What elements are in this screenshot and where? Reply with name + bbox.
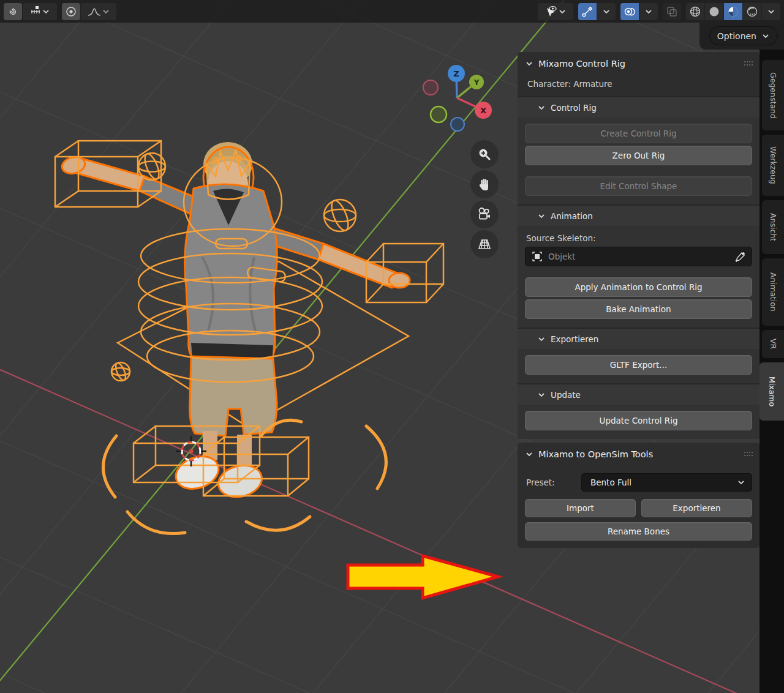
section-header[interactable]: Control Rig [518, 97, 760, 118]
grid-toggle-icon [477, 236, 492, 252]
preset-value: Bento Full [590, 478, 737, 487]
rendered-shading-icon [746, 6, 758, 18]
wireframe-shading-icon [689, 6, 701, 18]
options-button[interactable]: Optionen [709, 26, 778, 45]
gizmo-neg-z-ball[interactable] [451, 118, 464, 131]
pan-button[interactable] [470, 170, 499, 198]
snap-toggle-button[interactable] [4, 3, 22, 20]
update-control-rig-button[interactable]: Update Control Rig [525, 411, 752, 430]
xray-toggle[interactable] [663, 3, 681, 20]
eyedropper-icon[interactable] [735, 252, 745, 262]
section-header[interactable]: Exportieren [518, 329, 760, 349]
control-rig-section: Control Rig Create Control Rig Zero Out … [518, 96, 760, 204]
mixamo-opensim-tools-panel: Mixamo to OpenSim Tools Preset: Bento Fu… [518, 443, 760, 548]
snap-with-dropdown[interactable] [23, 3, 57, 20]
zero-out-rig-button[interactable]: Zero Out Rig [525, 146, 752, 165]
section-title: Exportieren [551, 334, 598, 344]
import-button[interactable]: Import [525, 499, 636, 517]
animation-section: Animation Source Skeleton: Objekt [518, 204, 760, 328]
preset-dropdown[interactable]: Bento Full [581, 473, 752, 492]
rename-bones-button[interactable]: Rename Bones [525, 522, 752, 541]
viewport-controls [470, 140, 499, 258]
overlays-dropdown[interactable] [639, 3, 658, 20]
shading-solid-button[interactable] [705, 3, 723, 20]
snap-increment-icon [29, 6, 42, 18]
chevron-down-icon [537, 391, 546, 399]
gizmo-x-ball[interactable]: X [475, 102, 492, 119]
chevron-down-icon [525, 450, 533, 459]
preset-label: Preset: [526, 478, 575, 487]
camera-view-icon [477, 206, 492, 222]
show-gizmo-toggle[interactable] [578, 3, 597, 20]
apply-animation-button[interactable]: Apply Animation to Control Rig [525, 277, 752, 297]
object-data-icon [532, 251, 543, 262]
chevron-down-icon [537, 335, 546, 343]
chevron-down-icon [761, 32, 770, 40]
grid-toggle-button[interactable] [470, 230, 499, 258]
falloff-dropdown[interactable] [81, 3, 116, 20]
overlays-icon [624, 6, 636, 18]
drag-dots-icon[interactable] [744, 451, 753, 457]
chevron-down-icon [42, 7, 50, 16]
gizmo-z-ball[interactable]: Z [448, 65, 465, 82]
section-header[interactable]: Animation [518, 206, 760, 226]
chevron-down-icon [537, 103, 546, 112]
edit-control-shape-button[interactable]: Edit Control Shape [525, 176, 752, 196]
proportional-edit-button[interactable] [62, 3, 80, 20]
shading-dropdown[interactable] [762, 3, 780, 20]
xray-icon [666, 6, 678, 18]
gizmo-y-ball[interactable]: Y [469, 75, 484, 89]
sidebar-tab-strip: Gegenstand Werkzeug Ansicht Animation VR… [760, 50, 784, 693]
tab-gegenstand[interactable]: Gegenstand [762, 60, 784, 130]
chevron-down-icon [537, 212, 546, 220]
bake-animation-button[interactable]: Bake Animation [525, 299, 752, 319]
object-visibility-dropdown[interactable] [538, 3, 573, 20]
character-model [60, 142, 410, 501]
zoom-icon [477, 147, 492, 162]
source-skeleton-field[interactable]: Objekt [525, 247, 752, 266]
gizmo-neg-y-ball[interactable] [431, 107, 447, 122]
exportieren-button[interactable]: Exportieren [641, 499, 752, 517]
chevron-down-icon [525, 59, 533, 68]
show-overlays-toggle[interactable] [620, 3, 639, 20]
shading-material-button[interactable] [724, 3, 742, 20]
tab-mixamo[interactable]: Mixamo [760, 362, 784, 421]
shading-rendered-button[interactable] [743, 3, 761, 20]
tab-ansicht[interactable]: Ansicht [762, 200, 784, 254]
tab-vr[interactable]: VR [762, 330, 784, 358]
options-label: Optionen [717, 31, 756, 41]
chevron-down-icon [644, 7, 653, 16]
tab-werkzeug[interactable]: Werkzeug [762, 135, 784, 196]
tab-animation[interactable]: Animation [762, 258, 784, 326]
section-title: Animation [551, 211, 593, 221]
gltf-export-button[interactable]: GLTF Export... [525, 355, 752, 375]
zoom-button[interactable] [470, 140, 499, 168]
gizmo-icon [581, 6, 594, 18]
object-visibility-icon [545, 6, 558, 18]
drag-dots-icon[interactable] [744, 61, 753, 67]
navigation-gizmo[interactable]: Z Y X [418, 60, 498, 137]
panel-title: Mixamo Control Rig [538, 59, 739, 69]
pan-hand-icon [477, 177, 492, 192]
gizmo-neg-x-ball[interactable] [423, 80, 438, 95]
source-skeleton-label: Source Skeleton: [526, 233, 751, 243]
options-overlay: Optionen [699, 23, 784, 50]
section-title: Update [551, 390, 581, 400]
create-control-rig-button[interactable]: Create Control Rig [525, 124, 752, 143]
shading-wireframe-button[interactable] [686, 3, 704, 20]
character-label: Character: Armature [518, 75, 760, 96]
export-section: Exportieren GLTF Export... [518, 328, 760, 383]
update-section: Update Update Control Rig [518, 383, 760, 439]
camera-view-button[interactable] [470, 200, 499, 228]
proportional-edit-icon [66, 6, 77, 17]
panel-title: Mixamo to OpenSim Tools [538, 449, 739, 459]
chevron-down-icon [602, 7, 611, 16]
falloff-curve-icon [87, 6, 102, 18]
chevron-down-icon [737, 478, 745, 487]
panel-header[interactable]: Mixamo to OpenSim Tools [518, 443, 760, 466]
mixamo-control-rig-panel: Mixamo Control Rig Character: Armature C… [518, 52, 760, 439]
section-header[interactable]: Update [518, 384, 760, 405]
solid-shading-icon [708, 6, 720, 18]
panel-header[interactable]: Mixamo Control Rig [518, 52, 760, 75]
gizmo-dropdown[interactable] [597, 3, 616, 20]
